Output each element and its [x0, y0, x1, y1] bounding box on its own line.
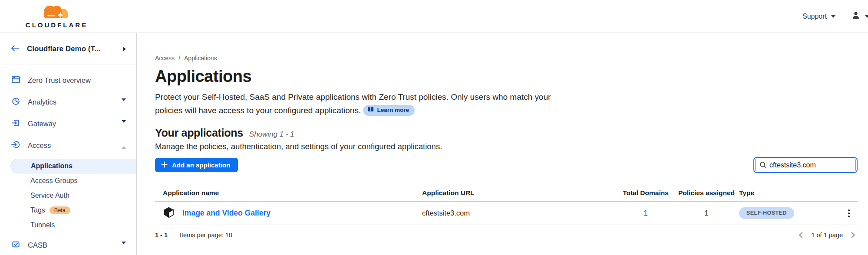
page-description-text: Protect your Self-Hosted, SaaS and Priva… [155, 92, 551, 115]
sidebar-item-label: Zero Trust overview [28, 76, 126, 85]
type-badge: SELF-HOSTED [739, 207, 794, 219]
chevron-down-icon[interactable] [122, 120, 126, 127]
sidebar-nav: Zero Trust overview Analytics Gateway [0, 65, 136, 255]
header-actions: Support [802, 10, 868, 23]
column-policies-assigned: Policies assigned [674, 189, 739, 197]
column-application-url: Application URL [422, 189, 617, 197]
sidebar-item-applications[interactable]: Applications [10, 159, 136, 173]
sidebar-item-access-groups[interactable]: Access Groups [10, 173, 136, 188]
application-url-cell: cftestsite3.com [422, 209, 617, 217]
section-subtitle: Manage the policies, authentication, and… [155, 142, 858, 151]
section-header: Your applications Showing 1 - 1 [155, 127, 858, 139]
column-application-name: Application name [155, 189, 422, 197]
row-actions-menu[interactable] [846, 208, 851, 219]
plus-icon [161, 161, 168, 169]
chevron-down-icon[interactable] [122, 242, 126, 248]
chevron-down-icon [865, 15, 868, 18]
logo-wordmark: CLOUDFLARE [26, 21, 88, 29]
user-menu[interactable] [851, 10, 868, 23]
list-controls: Add an application [155, 157, 858, 173]
application-cube-icon [163, 206, 175, 220]
table-row: Image and Video Gallery cftestsite3.com … [155, 202, 858, 225]
sidebar-item-zero-trust-overview[interactable]: Zero Trust overview [0, 69, 136, 91]
subnav-item-label: Tags [30, 206, 45, 214]
policies-assigned-cell: 1 [674, 209, 739, 217]
sidebar-item-access[interactable]: Access [0, 134, 136, 156]
items-per-page[interactable]: Items per page: 10 [180, 232, 232, 239]
gateway-icon [11, 118, 20, 129]
column-total-domains: Total Domains [617, 189, 674, 197]
casb-icon [11, 240, 20, 251]
sidebar-item-tags[interactable]: Tags Beta [10, 203, 136, 218]
page-indicator: 1 of 1 page [811, 232, 843, 239]
pie-chart-icon [11, 97, 20, 108]
sidebar: Cloudflare Demo (T... Zero Trust overvie… [0, 33, 137, 255]
application-name-cell: Image and Video Gallery [155, 206, 422, 220]
chevron-right-icon[interactable] [123, 47, 126, 51]
chevron-down-icon [831, 15, 836, 18]
sidebar-item-label: CASB [28, 241, 114, 249]
chevron-down-icon[interactable] [122, 98, 126, 105]
cloudflare-logo[interactable]: CLOUDFLARE [12, 4, 101, 29]
breadcrumb-separator: / [178, 55, 180, 62]
sidebar-item-analytics[interactable]: Analytics [0, 91, 136, 113]
column-type: Type [739, 189, 832, 197]
showing-count: Showing 1 - 1 [249, 130, 294, 139]
sidebar-item-label: Gateway [28, 120, 114, 128]
breadcrumb-access[interactable]: Access [155, 55, 175, 62]
support-label: Support [802, 13, 827, 20]
next-page-button[interactable] [849, 232, 855, 238]
main-content: Access / Applications Applications Prote… [137, 33, 868, 255]
learn-more-link[interactable]: Learn more [363, 105, 415, 116]
pagination: 1 - 1 Items per page: 10 1 of 1 page [155, 230, 858, 240]
sidebar-item-service-auth[interactable]: Service Auth [10, 188, 136, 203]
add-application-button[interactable]: Add an application [155, 158, 238, 172]
pagination-range: 1 - 1 [155, 232, 168, 239]
account-switcher[interactable]: Cloudflare Demo (T... [0, 33, 136, 65]
dashboard-icon [11, 75, 20, 86]
subnav-item-label: Tunnels [30, 221, 55, 229]
sidebar-item-gateway[interactable]: Gateway [0, 113, 136, 134]
previous-page-button[interactable] [799, 232, 805, 238]
sidebar-item-label: Access [28, 141, 114, 150]
beta-badge: Beta [50, 206, 70, 215]
breadcrumb-applications[interactable]: Applications [184, 55, 217, 62]
add-application-label: Add an application [172, 161, 230, 169]
support-menu[interactable]: Support [802, 13, 836, 20]
chevron-up-icon[interactable] [122, 142, 126, 149]
page-title: Applications [155, 67, 858, 86]
top-header: CLOUDFLARE Support [0, 0, 868, 33]
subnav-item-label: Service Auth [30, 192, 69, 199]
subnav-item-label: Access Groups [30, 177, 77, 185]
sidebar-item-label: Analytics [28, 98, 114, 106]
book-icon [367, 107, 374, 114]
total-domains-cell: 1 [617, 209, 674, 217]
section-title: Your applications [155, 127, 243, 139]
back-arrow-icon[interactable] [10, 44, 20, 54]
search-icon [759, 161, 767, 171]
table-header-row: Application name Application URL Total D… [155, 189, 858, 202]
account-name: Cloudflare Demo (T... [27, 45, 116, 53]
search-input[interactable] [755, 159, 856, 171]
sidebar-item-tunnels[interactable]: Tunnels [10, 218, 136, 232]
cloudflare-cloud-icon [34, 4, 79, 21]
page-description: Protect your Self-Hosted, SaaS and Priva… [155, 90, 554, 117]
breadcrumb: Access / Applications [155, 55, 858, 62]
learn-more-label: Learn more [377, 107, 409, 113]
person-icon [851, 10, 861, 23]
applications-table: Application name Application URL Total D… [155, 189, 858, 225]
application-search [753, 157, 858, 173]
application-link[interactable]: Image and Video Gallery [182, 209, 271, 218]
access-icon [11, 140, 20, 151]
type-cell: SELF-HOSTED [739, 207, 832, 219]
pagination-divider [174, 230, 174, 240]
subnav-item-label: Applications [31, 162, 73, 170]
sidebar-item-casb[interactable]: CASB [0, 234, 136, 255]
access-subnav: Applications Access Groups Service Auth … [0, 159, 136, 232]
